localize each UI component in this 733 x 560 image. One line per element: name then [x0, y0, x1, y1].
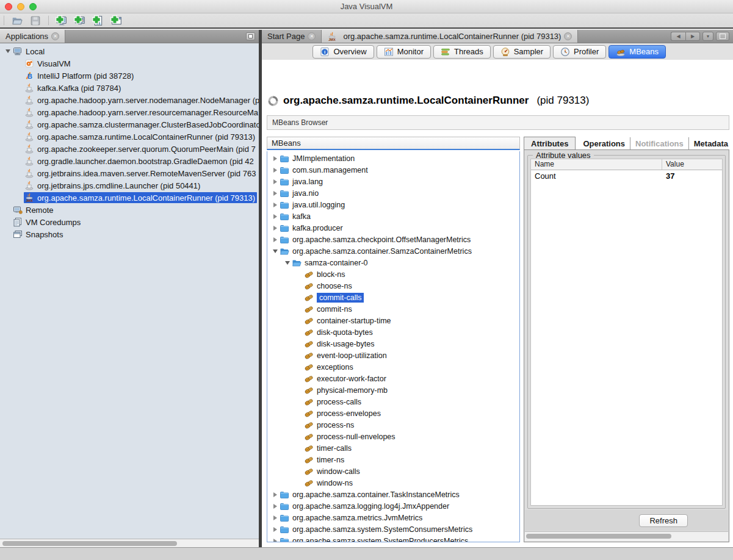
application-tree-item[interactable]: org.gradle.launcher.daemon.bootstrap.Gra…	[0, 155, 259, 167]
mbean-tree-item[interactable]: kafka.producer	[267, 222, 519, 234]
expand-arrow-icon[interactable]	[271, 527, 280, 532]
add-vm-coredump-button[interactable]	[92, 15, 105, 27]
expand-arrow-icon[interactable]	[271, 492, 280, 497]
scroll-tabs-right-button[interactable]	[685, 32, 700, 41]
application-tree-item[interactable]: VM Coredumps	[0, 216, 259, 228]
details-horizontal-scrollbar[interactable]	[525, 531, 728, 541]
details-tab[interactable]: Metadata	[688, 137, 733, 150]
mbean-tree-item[interactable]: choose-ns	[267, 280, 519, 292]
mbean-tree-item[interactable]: org.apache.samza.container.TaskInstanceM…	[267, 489, 519, 500]
expand-arrow-icon[interactable]	[271, 226, 280, 231]
application-tree-item[interactable]: org.apache.samza.runtime.LocalContainerR…	[0, 131, 259, 143]
application-tree-item[interactable]: Remote	[0, 204, 259, 216]
mbean-tree-item[interactable]: executor-work-factor	[267, 373, 519, 384]
application-tree-item[interactable]: org.apache.hadoop.yarn.server.resourcema…	[0, 106, 259, 118]
mbean-tree-item[interactable]: java.lang	[267, 176, 519, 187]
details-tab[interactable]: Notifications	[630, 137, 688, 150]
save-snapshot-button[interactable]	[29, 15, 42, 27]
expand-arrow-icon[interactable]	[271, 203, 280, 207]
expand-arrow-icon[interactable]	[271, 539, 280, 543]
expand-arrow-icon[interactable]	[271, 515, 280, 520]
attribute-row[interactable]: Count 37	[531, 170, 722, 182]
tab-start-page[interactable]: Start Page	[262, 30, 322, 43]
mbean-tree-item[interactable]: kafka	[267, 210, 519, 222]
expand-arrow-icon[interactable]	[271, 191, 280, 196]
add-snapshot-button[interactable]	[110, 15, 123, 27]
application-tree-item[interactable]: IntelliJ Platform (pid 38728)	[0, 70, 259, 82]
maximize-tab-button[interactable]	[716, 32, 729, 41]
mbean-tree-item[interactable]: com.sun.management	[267, 164, 519, 176]
applications-horizontal-scrollbar[interactable]	[0, 539, 259, 547]
tab-applications[interactable]: Applications	[0, 30, 65, 43]
refresh-button[interactable]: Refresh	[639, 514, 688, 527]
mbean-tree-item[interactable]: JMImplementation	[267, 153, 519, 164]
mbean-tree-item[interactable]: window-ns	[267, 477, 519, 489]
expand-arrow-icon[interactable]	[283, 261, 292, 265]
mbean-tree-item[interactable]: java.nio	[267, 187, 519, 199]
expand-arrow-icon[interactable]	[271, 249, 280, 253]
expand-arrow-icon[interactable]	[271, 214, 280, 219]
tab-local-container-runner[interactable]: org.apache.samza.runtime.LocalContainerR…	[322, 30, 578, 43]
mbean-tree-item[interactable]: org.apache.samza.checkpoint.OffsetManage…	[267, 234, 519, 245]
zoom-window-button[interactable]	[29, 3, 37, 10]
scroll-tabs-left-button[interactable]	[671, 32, 685, 41]
application-tree-item[interactable]: org.jetbrains.idea.maven.server.RemoteMa…	[0, 167, 259, 179]
column-header-name[interactable]: Name	[531, 159, 662, 170]
details-tab[interactable]: Attributes	[524, 137, 576, 150]
expand-arrow-icon[interactable]	[271, 168, 280, 173]
expand-arrow-icon[interactable]	[4, 49, 12, 53]
mbean-tree-item[interactable]: org.apache.samza.logging.log4j.JmxAppend…	[267, 500, 519, 512]
mbean-tree-item[interactable]: commit-calls	[267, 292, 519, 303]
load-snapshot-button[interactable]	[10, 15, 24, 27]
mbean-tree-item[interactable]: commit-ns	[267, 303, 519, 315]
mbean-tree-item[interactable]: samza-container-0	[267, 257, 519, 268]
close-icon[interactable]	[308, 32, 316, 40]
view-tab[interactable]: MBeans	[608, 45, 666, 59]
mbean-tree-item[interactable]: timer-ns	[267, 454, 519, 465]
mbean-tree-item[interactable]: org.apache.samza.metrics.JvmMetrics	[267, 512, 519, 523]
mbean-tree-item[interactable]: org.apache.samza.system.SystemConsumersM…	[267, 523, 519, 535]
close-window-button[interactable]	[5, 3, 12, 10]
view-tab[interactable]: Sampler	[493, 45, 551, 59]
view-tab[interactable]: Threads	[433, 45, 491, 59]
mbean-tree-item[interactable]: process-null-envelopes	[267, 431, 519, 442]
mbean-tree-item[interactable]: disk-usage-bytes	[267, 338, 519, 350]
mbean-tree-item[interactable]: process-calls	[267, 396, 519, 407]
application-tree-item[interactable]: org.jetbrains.jps.cmdline.Launcher (pid …	[0, 179, 259, 192]
mbean-tree-item[interactable]: block-ns	[267, 268, 519, 280]
add-remote-host-button[interactable]	[55, 15, 68, 27]
attribute-value[interactable]: 37	[662, 171, 678, 181]
expand-arrow-icon[interactable]	[271, 156, 280, 161]
add-jmx-connection-button[interactable]	[73, 15, 87, 27]
application-tree-item[interactable]: Snapshots	[0, 228, 259, 240]
mbean-tree-item[interactable]: org.apache.samza.system.SystemProducersM…	[267, 535, 519, 542]
application-tree-item[interactable]: org.apache.hadoop.yarn.server.nodemanage…	[0, 94, 259, 106]
view-tab[interactable]: Overview	[312, 45, 374, 59]
scrollbar-thumb[interactable]	[2, 541, 177, 546]
mbean-tree-item[interactable]: exceptions	[267, 361, 519, 373]
view-tab[interactable]: Monitor	[377, 45, 431, 59]
column-header-value[interactable]: Value	[662, 159, 688, 170]
application-tree-item[interactable]: kafka.Kafka (pid 78784)	[0, 82, 259, 94]
mbean-tree-item[interactable]: process-ns	[267, 419, 519, 431]
mbean-tree-item[interactable]: physical-memory-mb	[267, 384, 519, 396]
close-icon[interactable]	[51, 32, 59, 40]
expand-arrow-icon[interactable]	[271, 237, 280, 242]
application-tree-item[interactable]: VisualVM	[0, 57, 259, 70]
mbean-tree-item[interactable]: event-loop-utilization	[267, 350, 519, 361]
mbean-tree-item[interactable]: timer-calls	[267, 442, 519, 454]
mbean-tree-item[interactable]: window-calls	[267, 465, 519, 477]
mbean-tree-item[interactable]: disk-quota-bytes	[267, 326, 519, 338]
view-tab[interactable]: Profiler	[553, 45, 606, 59]
application-tree-item[interactable]: Local	[0, 45, 259, 57]
minimize-window-button[interactable]	[17, 3, 24, 10]
application-tree-item[interactable]: org.apache.samza.clustermanager.ClusterB…	[0, 118, 259, 131]
application-tree-item[interactable]: org.apache.zookeeper.server.quorum.Quoru…	[0, 143, 259, 155]
minimize-panel-button[interactable]	[246, 32, 255, 40]
mbean-tree-item[interactable]: org.apache.samza.container.SamzaContaine…	[267, 245, 519, 257]
application-tree-item[interactable]: org.apache.samza.runtime.LocalContainerR…	[0, 192, 259, 204]
tab-list-dropdown-button[interactable]	[702, 32, 713, 41]
expand-arrow-icon[interactable]	[271, 179, 280, 184]
mbean-tree-item[interactable]: java.util.logging	[267, 199, 519, 210]
mbean-tree-item[interactable]: container-startup-time	[267, 315, 519, 326]
